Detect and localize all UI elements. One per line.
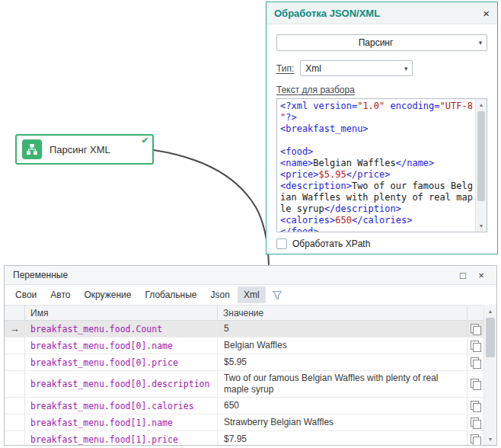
- node-label: Парсинг XML: [49, 144, 110, 155]
- xpath-checkbox[interactable]: [276, 238, 287, 249]
- close-icon[interactable]: ×: [483, 8, 490, 19]
- copy-icon: [471, 379, 480, 389]
- success-check-icon: ✔: [142, 136, 148, 146]
- operation-select[interactable]: Парсинг ▾: [276, 34, 487, 51]
- variable-row[interactable]: breakfast_menu.food[0].nameBelgian Waffl…: [5, 338, 483, 354]
- grid-scrollbar[interactable]: ▲ ▼: [483, 305, 496, 445]
- scroll-up-icon[interactable]: ▲: [476, 99, 487, 110]
- row-indicator: [5, 371, 25, 397]
- grid-rows: →breakfast_menu.food.Count5breakfast_men…: [5, 321, 483, 445]
- grid-header: Имя Значение: [5, 305, 483, 321]
- row-indicator: [5, 431, 25, 445]
- variable-name: breakfast_menu.food[0].calories: [25, 398, 218, 414]
- copy-button[interactable]: [467, 338, 483, 354]
- copy-icon: [471, 324, 480, 334]
- tab-xml[interactable]: Xml: [238, 286, 266, 303]
- tab-окружение[interactable]: Окружение: [78, 286, 137, 303]
- tab-авто[interactable]: Авто: [44, 286, 76, 303]
- variables-tabs: СвоиАвтоОкружениеГлобальныеJsonXml: [5, 285, 496, 305]
- grid-header-gutter: [5, 306, 25, 320]
- xpath-checkbox-label: Обработать XPath: [292, 238, 370, 249]
- json-xml-dialog: Обработка JSON/XML × Парсинг ▾ Тип: Xml …: [266, 2, 498, 254]
- copy-button[interactable]: [467, 321, 483, 337]
- type-label: Тип:: [276, 63, 294, 74]
- operation-select-value: Парсинг: [277, 37, 474, 48]
- chevron-down-icon: ▾: [474, 39, 487, 46]
- type-row: Тип: Xml ▾: [276, 60, 487, 76]
- variable-name: breakfast_menu.food[1].name: [25, 414, 218, 430]
- variable-value: $5.95: [218, 354, 467, 370]
- variable-name: breakfast_menu.food.Count: [25, 321, 218, 337]
- copy-icon: [471, 357, 480, 368]
- tab-json[interactable]: Json: [205, 286, 236, 303]
- row-indicator: [5, 414, 25, 430]
- filter-icon[interactable]: [272, 290, 282, 300]
- grid-header-copy: [467, 306, 483, 320]
- sitemap-icon: [22, 139, 42, 159]
- copy-button[interactable]: [467, 371, 483, 397]
- copy-button[interactable]: [467, 414, 483, 430]
- variable-value: Two of our famous Belgian Waffles with p…: [218, 371, 467, 397]
- tab-глобальные[interactable]: Глобальные: [139, 286, 203, 303]
- variable-name: breakfast_menu.food[0].price: [25, 354, 218, 370]
- close-icon[interactable]: ×: [472, 270, 490, 281]
- variable-value: Belgian Waffles: [218, 338, 467, 354]
- parse-text-label: Текст для разбора: [276, 85, 487, 95]
- xml-source-editor[interactable]: <?xml version="1.0" encoding="UTF-8"?><b…: [276, 98, 487, 232]
- variable-row[interactable]: breakfast_menu.food[1].price$7.95: [5, 431, 483, 445]
- xml-source-text: <?xml version="1.0" encoding="UTF-8"?><b…: [280, 101, 474, 232]
- dialog-body: Парсинг ▾ Тип: Xml ▾ Текст для разбора <…: [266, 24, 497, 249]
- variable-name: breakfast_menu.food[1].price: [25, 431, 218, 445]
- variable-value: Strawberry Belgian Waffles: [218, 414, 467, 430]
- scroll-down-icon[interactable]: ▼: [484, 433, 496, 445]
- variables-panel: Переменные □ × СвоиАвтоОкружениеГлобальн…: [4, 265, 497, 446]
- tab-свои[interactable]: Свои: [9, 286, 43, 303]
- variables-panel-title: Переменные: [11, 270, 454, 280]
- dialog-title: Обработка JSON/XML: [274, 8, 483, 19]
- scroll-up-icon[interactable]: ▲: [484, 305, 496, 317]
- type-select[interactable]: Xml ▾: [300, 60, 413, 76]
- scrollbar-thumb[interactable]: [486, 318, 495, 357]
- type-select-value: Xml: [301, 63, 400, 74]
- variable-row[interactable]: breakfast_menu.food[0].descriptionTwo of…: [5, 371, 483, 398]
- current-row-arrow-icon: →: [10, 323, 20, 334]
- row-indicator: →: [5, 321, 25, 337]
- variables-grid: Имя Значение →breakfast_menu.food.Count5…: [5, 305, 496, 445]
- dialog-header: Обработка JSON/XML ×: [266, 2, 497, 24]
- scrollbar-thumb[interactable]: [477, 111, 485, 201]
- maximize-icon[interactable]: □: [454, 270, 472, 281]
- copy-icon: [471, 401, 480, 411]
- xpath-checkbox-row[interactable]: Обработать XPath: [276, 238, 487, 249]
- copy-icon: [471, 434, 480, 445]
- variable-name: breakfast_menu.food[0].description: [25, 371, 218, 397]
- variable-row[interactable]: breakfast_menu.food[0].price$5.95: [5, 354, 483, 371]
- column-header-value[interactable]: Значение: [218, 306, 467, 320]
- copy-icon: [471, 418, 480, 428]
- variables-titlebar: Переменные □ ×: [5, 266, 496, 285]
- variable-value: $7.95: [218, 431, 467, 445]
- variable-value: 5: [218, 321, 467, 337]
- variable-row[interactable]: →breakfast_menu.food.Count5: [5, 321, 483, 338]
- variable-name: breakfast_menu.food[0].name: [25, 338, 218, 354]
- column-header-name[interactable]: Имя: [25, 306, 218, 320]
- copy-button[interactable]: [467, 398, 483, 414]
- row-indicator: [5, 354, 25, 370]
- rpa-studio-canvas: Парсинг XML ✔ Обработка JSON/XML × Парси…: [0, 0, 501, 448]
- variable-row[interactable]: breakfast_menu.food[0].calories650: [5, 398, 483, 414]
- xml-editor-scrollbar[interactable]: ▲ ▼: [475, 99, 487, 232]
- scroll-down-icon[interactable]: ▼: [476, 220, 487, 232]
- variable-value: 650: [218, 398, 467, 414]
- copy-icon: [471, 341, 480, 351]
- node-parsing-xml[interactable]: Парсинг XML ✔: [15, 134, 154, 165]
- copy-button[interactable]: [467, 354, 483, 370]
- copy-button[interactable]: [467, 431, 483, 445]
- row-indicator: [5, 338, 25, 354]
- chevron-down-icon: ▾: [400, 65, 412, 72]
- variable-row[interactable]: breakfast_menu.food[1].nameStrawberry Be…: [5, 414, 483, 431]
- row-indicator: [5, 398, 25, 414]
